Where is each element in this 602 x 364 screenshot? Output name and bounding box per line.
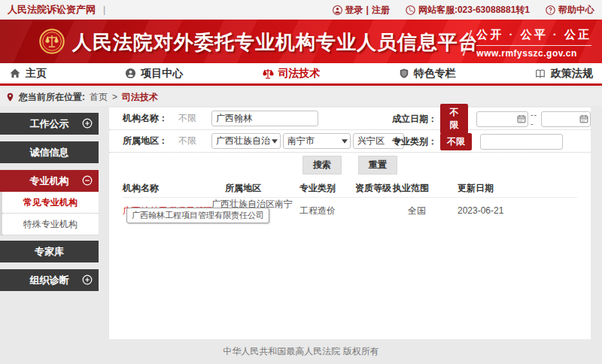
site-title: 人民法院对外委托专业机构专业人员信息平台 (72, 29, 479, 56)
breadcrumb-current: 司法技术 (122, 91, 158, 104)
main-nav: 主页 项目中心 司法技术 特色专栏 政策法规 (0, 63, 602, 86)
topbar-divider: | (103, 5, 105, 15)
breadcrumb-separator: > (112, 92, 117, 102)
org-name-label: 机构名称： (123, 112, 169, 125)
table-header-cell: 更新日期 (458, 182, 577, 195)
project-center-icon (125, 68, 136, 79)
login-group: 登录 | 注册 (333, 4, 390, 17)
table-header-cell: 资质等级 (355, 182, 393, 195)
org-name-tooltip: 广西翰林工程项目管理有限责任公司 (126, 208, 269, 223)
region-label: 所属地区： (123, 135, 169, 147)
filter-row-1: 机构名称： 不限 成立日期： 不限 --- (109, 108, 591, 130)
sidebar-submenu: 常见专业机构 特殊专业机构 (0, 192, 99, 235)
site-home-link[interactable]: 人民法院诉讼资产网 (8, 3, 96, 17)
district-select-value: 兴宁区 (357, 135, 385, 146)
login-register-separator: | (366, 5, 369, 15)
table-cell: 全国 (393, 205, 458, 217)
sidebar-item-label: 诚信信息 (30, 147, 69, 158)
table-header-cell: 专业类别 (299, 182, 355, 195)
main-panel: 机构名称： 不限 成立日期： 不限 --- (109, 108, 591, 339)
nav-item-label: 主页 (26, 67, 47, 80)
register-link[interactable]: 注册 (372, 4, 390, 17)
calendar-icon[interactable] (517, 114, 526, 123)
category-input[interactable] (480, 134, 563, 150)
chevron-down-icon (342, 139, 348, 144)
site-slogan: 公开 · 公平 · 公正 (476, 28, 591, 46)
hotline-text: 网站客服:023-63088881转1 (418, 4, 530, 17)
sidebar-item-integrity-info[interactable]: 诚信信息 (0, 141, 99, 163)
city-select[interactable]: 南宁市 (283, 133, 351, 149)
nav-item-home[interactable]: 主页 (9, 67, 47, 80)
founded-date-group: 成立日期： 不限 --- (392, 108, 591, 130)
page: 人民法院诉讼资产网 | 登录 | 注册 网站客服:023-63088881转1 (0, 0, 602, 364)
province-select[interactable]: 广西壮族自治 (211, 133, 281, 149)
table-header-cell: 执业范围 (393, 182, 458, 195)
sidebar-item-label: 专业机构 (30, 175, 69, 187)
sidebar-item-work-publicity[interactable]: 工作公示 (0, 113, 99, 135)
location-icon (6, 93, 14, 102)
table-cell: 工程造价 (299, 205, 355, 217)
sidebar-item-professional-orgs[interactable]: 专业机构 (0, 170, 99, 192)
category-unlimited-button[interactable]: 不限 (440, 133, 472, 150)
category-group: 专业类别： 不限 (392, 130, 563, 153)
reset-button[interactable]: 重置 (358, 156, 397, 174)
search-button[interactable]: 搜索 (303, 156, 342, 174)
phone-icon (406, 5, 415, 15)
org-name-unlimited[interactable]: 不限 (178, 112, 198, 125)
nav-item-special-column[interactable]: 特色专栏 (399, 67, 456, 80)
sidebar-subitem-special-orgs[interactable]: 特殊专业机构 (2, 214, 99, 235)
date-range-separator: --- (531, 110, 539, 128)
sidebar-subitem-common-orgs[interactable]: 常见专业机构 (2, 192, 99, 214)
sidebar-item-label: 专家库 (35, 246, 64, 257)
category-label: 专业类别： (392, 135, 436, 148)
sidebar-item-expert-library[interactable]: 专家库 (0, 241, 99, 262)
breadcrumb-home-link[interactable]: 首页 (90, 91, 108, 104)
region-unlimited[interactable]: 不限 (178, 135, 198, 147)
login-link[interactable]: 登录 (345, 4, 363, 17)
sidebar: 工作公示 诚信信息 专业机构 常见专业机构 特殊专业机构 专家库 组织诊断 (0, 113, 99, 298)
hotline-group: 网站客服:023-63088881转1 (406, 4, 530, 17)
sidebar-item-label: 组织诊断 (30, 275, 69, 286)
sidebar-item-org-diagnosis[interactable]: 组织诊断 (0, 269, 99, 291)
founded-date-label: 成立日期： (392, 113, 436, 126)
date-from-wrap (476, 111, 528, 127)
nav-item-judicial-tech[interactable]: 司法技术 (262, 67, 321, 80)
table-header-row: 机构名称 所属地区 专业类别 资质等级 执业范围 更新日期 (123, 179, 577, 198)
nav-item-policy[interactable]: 政策法规 (534, 67, 593, 80)
nav-item-label: 政策法规 (551, 67, 593, 80)
filter-row-2: 所属地区： 不限 广西壮族自治 南宁市 兴宁区 专业 (109, 130, 591, 153)
founded-date-unlimited-button[interactable]: 不限 (440, 104, 468, 134)
breadcrumb-prefix: 您当前所在位置: (19, 91, 85, 104)
action-buttons: 搜索 重置 (109, 154, 591, 175)
calendar-icon[interactable] (579, 114, 588, 123)
help-link[interactable]: 帮助中心 (558, 4, 594, 17)
province-select-value: 广西壮族自治 (216, 135, 270, 146)
breadcrumb: 您当前所在位置: 首页 > 司法技术 (0, 88, 602, 106)
book-icon (534, 68, 546, 79)
site-url: www.rmfysszc.gov.cn (476, 48, 591, 59)
nav-item-label: 项目中心 (141, 67, 183, 80)
help-group: 帮助中心 (546, 4, 594, 17)
table-header-cell: 机构名称 (123, 182, 211, 195)
table-cell: 2023-06-21 (458, 205, 577, 216)
table-header-cell: 所属地区 (211, 182, 299, 195)
chevron-down-icon (272, 139, 278, 144)
nav-item-label: 特色专栏 (414, 67, 456, 80)
home-icon (9, 68, 21, 79)
plus-circle-icon[interactable] (82, 118, 93, 129)
topbar-right: 登录 | 注册 网站客服:023-63088881转1 帮助中心 (322, 4, 594, 17)
footer-copyright: 中华人民共和国最高人民法院 版权所有 (0, 345, 602, 358)
shield-icon (399, 68, 409, 79)
city-select-value: 南宁市 (287, 135, 315, 146)
nav-item-label: 司法技术 (278, 67, 321, 80)
topbar: 人民法院诉讼资产网 | 登录 | 注册 网站客服:023-63088881转1 (0, 0, 602, 20)
org-name-input[interactable] (211, 111, 318, 126)
site-banner: 人民法院对外委托专业机构专业人员信息平台 公开 · 公平 · 公正 www.rm… (0, 20, 602, 63)
user-icon (333, 5, 342, 15)
sidebar-item-label: 工作公示 (30, 118, 69, 129)
topbar-left: 人民法院诉讼资产网 | (8, 3, 105, 17)
nav-item-project-center[interactable]: 项目中心 (125, 67, 183, 80)
court-emblem-logo (39, 29, 65, 57)
minus-circle-icon[interactable] (82, 175, 93, 186)
plus-circle-icon[interactable] (82, 275, 93, 285)
